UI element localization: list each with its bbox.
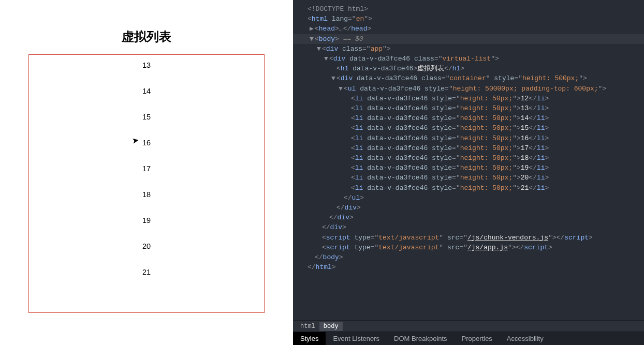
rendered-page: 虚拟列表 13 14 15 16 17 18 19 20 21 ➤ bbox=[0, 0, 293, 345]
page-title: 虚拟列表 bbox=[28, 28, 265, 45]
tab-event-listeners[interactable]: Event Listeners bbox=[326, 332, 387, 345]
dom-node-div-container[interactable]: ▼<div data-v-da3fce46 class="container" … bbox=[293, 73, 644, 83]
list-item[interactable]: 17 bbox=[29, 158, 264, 184]
dom-node-html-close[interactable]: </html> bbox=[293, 262, 644, 272]
dom-node-li[interactable]: <li data-v-da3fce46 style="height: 50px;… bbox=[293, 163, 644, 173]
virtual-list: 13 14 15 16 17 18 19 20 21 bbox=[29, 55, 264, 288]
tab-properties[interactable]: Properties bbox=[455, 332, 500, 345]
list-item[interactable]: 21 bbox=[29, 262, 264, 288]
dom-node-h1[interactable]: <h1 data-v-da3fce46>虚拟列表</h1> bbox=[293, 64, 644, 73]
dom-node-li[interactable]: <li data-v-da3fce46 style="height: 50px;… bbox=[293, 153, 644, 163]
devtools-tabs: Styles Event Listeners DOM Breakpoints P… bbox=[293, 332, 644, 345]
dom-node-body-close[interactable]: </body> bbox=[293, 252, 644, 262]
dom-node-div-close[interactable]: </div> bbox=[293, 203, 644, 213]
list-item[interactable]: 20 bbox=[29, 236, 264, 262]
list-item[interactable]: 19 bbox=[29, 210, 264, 236]
dom-node-div-app[interactable]: ▼<div class="app"> bbox=[293, 44, 644, 54]
virtual-list-component: 虚拟列表 13 14 15 16 17 18 19 20 21 bbox=[0, 0, 293, 313]
list-item[interactable]: 13 bbox=[29, 55, 264, 81]
list-item[interactable]: 14 bbox=[29, 81, 264, 107]
dom-node-head[interactable]: ▶<head>…</head> bbox=[293, 24, 644, 34]
crumb-html[interactable]: html bbox=[296, 322, 319, 331]
list-item[interactable]: 18 bbox=[29, 184, 264, 210]
dom-node-body[interactable]: ⋯ ▼<body> == $0 bbox=[293, 34, 644, 44]
dom-node-li[interactable]: <li data-v-da3fce46 style="height: 50px;… bbox=[293, 94, 644, 103]
dom-node-ul[interactable]: ▼<ul data-v-da3fce46 style="height: 5000… bbox=[293, 84, 644, 94]
dom-node-li[interactable]: <li data-v-da3fce46 style="height: 50px;… bbox=[293, 133, 644, 143]
list-item[interactable]: 16 bbox=[29, 132, 264, 158]
dom-node-div-virtual-list[interactable]: ▼<div data-v-da3fce46 class="virtual-lis… bbox=[293, 54, 644, 64]
devtools-panel: <!DOCTYPE html> <html lang="en"> ▶<head>… bbox=[293, 0, 644, 345]
dom-node-li[interactable]: <li data-v-da3fce46 style="height: 50px;… bbox=[293, 183, 644, 193]
elements-tree[interactable]: <!DOCTYPE html> <html lang="en"> ▶<head>… bbox=[293, 0, 644, 320]
dom-node-script2[interactable]: <script type="text/javascript" src="/js/… bbox=[293, 243, 644, 252]
dom-node-ul-close[interactable]: </ul> bbox=[293, 193, 644, 203]
dom-node-div-close[interactable]: </div> bbox=[293, 213, 644, 222]
dom-node-html[interactable]: <html lang="en"> bbox=[293, 14, 644, 24]
dom-node-div-close[interactable]: </div> bbox=[293, 222, 644, 232]
tab-styles[interactable]: Styles bbox=[293, 332, 326, 345]
virtual-list-container[interactable]: 13 14 15 16 17 18 19 20 21 bbox=[28, 54, 265, 313]
list-item[interactable]: 15 bbox=[29, 107, 264, 132]
dom-node-li[interactable]: <li data-v-da3fce46 style="height: 50px;… bbox=[293, 173, 644, 183]
breadcrumb[interactable]: html body bbox=[293, 320, 644, 332]
dom-node-script1[interactable]: <script type="text/javascript" src="/js/… bbox=[293, 233, 644, 243]
tab-accessibility[interactable]: Accessibility bbox=[500, 332, 551, 345]
dom-node-li[interactable]: <li data-v-da3fce46 style="height: 50px;… bbox=[293, 143, 644, 153]
crumb-body[interactable]: body bbox=[319, 322, 343, 331]
dom-node-li[interactable]: <li data-v-da3fce46 style="height: 50px;… bbox=[293, 113, 644, 123]
tab-dom-breakpoints[interactable]: DOM Breakpoints bbox=[387, 332, 455, 345]
dom-node-li[interactable]: <li data-v-da3fce46 style="height: 50px;… bbox=[293, 123, 644, 133]
dom-node-li[interactable]: <li data-v-da3fce46 style="height: 50px;… bbox=[293, 103, 644, 113]
dom-node-doctype[interactable]: <!DOCTYPE html> bbox=[293, 4, 644, 14]
